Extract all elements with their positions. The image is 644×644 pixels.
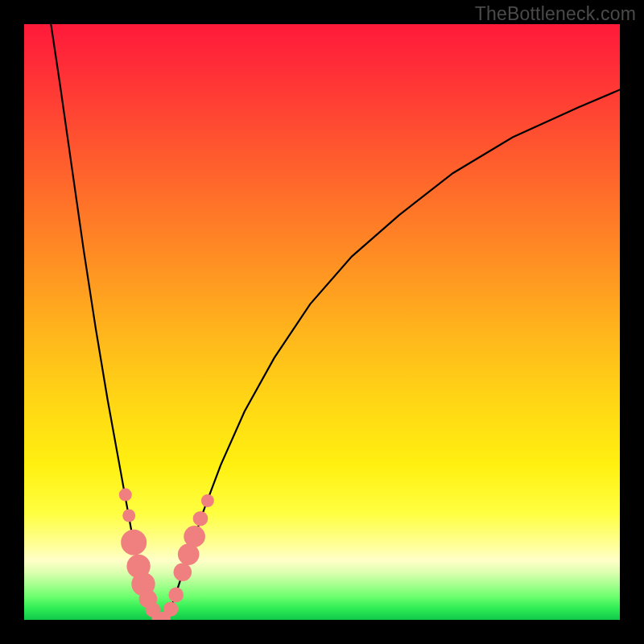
curve-left-branch [51, 24, 161, 620]
curve-right-branch [161, 89, 620, 620]
marker-dot [122, 510, 135, 522]
marker-dot [163, 601, 179, 617]
curve-layer [24, 24, 620, 620]
marker-dot [201, 494, 214, 507]
plot-area [24, 24, 620, 620]
marker-dot [119, 489, 132, 502]
watermark-text: TheBottleneck.com [475, 3, 636, 25]
marker-dot [184, 526, 205, 547]
marker-dot [121, 530, 147, 555]
marker-dot [168, 588, 184, 603]
marker-dot [193, 511, 208, 526]
chart-frame: TheBottleneck.com [0, 0, 644, 644]
marker-dot [174, 564, 192, 582]
marker-group [119, 489, 214, 620]
